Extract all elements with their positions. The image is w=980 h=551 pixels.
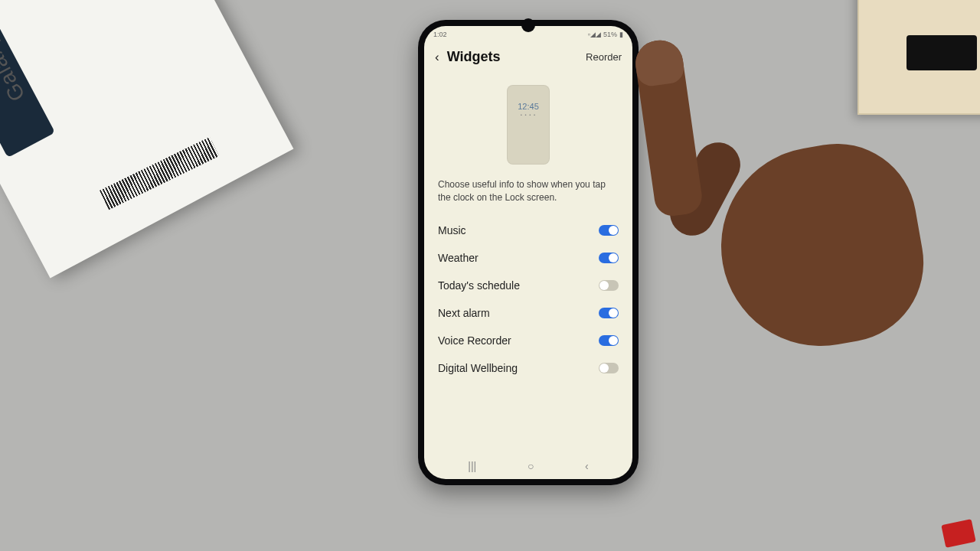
- toggle-music[interactable]: [599, 225, 619, 236]
- camera-notch: [521, 18, 535, 32]
- widget-row-next-alarm: Next alarm: [424, 299, 632, 327]
- nav-back-icon[interactable]: ‹: [585, 460, 589, 472]
- widget-label: Music: [438, 224, 466, 236]
- phone-screen: 1:02 ▫◢◢ 51% ▮ ‹ Widgets Reorder 12:45 •…: [424, 26, 632, 479]
- widget-row-music: Music: [424, 217, 632, 244]
- reorder-button[interactable]: Reorder: [586, 51, 622, 63]
- widgets-list: Music Weather Today's schedule Next alar…: [424, 217, 632, 382]
- wood-block: [858, 0, 980, 115]
- lockscreen-preview[interactable]: 12:45 • • • •: [507, 85, 550, 165]
- widget-row-voice-recorder: Voice Recorder: [424, 327, 632, 354]
- description-text: Choose useful info to show when you tap …: [424, 175, 632, 217]
- widget-row-todays-schedule: Today's schedule: [424, 272, 632, 299]
- barcode: [100, 137, 219, 210]
- status-time: 1:02: [433, 31, 447, 38]
- navigation-bar: ||| ○ ‹: [424, 456, 632, 479]
- widget-label: Voice Recorder: [438, 334, 511, 347]
- preview-dots: • • • •: [521, 112, 536, 117]
- widget-label: Today's schedule: [438, 279, 520, 292]
- product-box: Galaxy A06: [0, 0, 293, 278]
- battery-icon: ▮: [619, 31, 623, 38]
- app-bar: ‹ Widgets Reorder: [424, 41, 632, 71]
- preview-clock: 12:45: [518, 102, 539, 111]
- home-icon[interactable]: ○: [528, 460, 534, 472]
- back-icon[interactable]: ‹: [435, 50, 439, 65]
- product-box-label: Galaxy A06: [0, 0, 30, 106]
- widget-row-digital-wellbeing: Digital Wellbeing: [424, 354, 632, 382]
- widget-row-weather: Weather: [424, 244, 632, 272]
- signal-icon: ▫◢◢: [588, 31, 601, 38]
- widget-label: Weather: [438, 252, 479, 264]
- lockscreen-preview-area: 12:45 • • • •: [424, 71, 632, 175]
- page-title: Widgets: [447, 49, 578, 65]
- recents-icon[interactable]: |||: [468, 460, 476, 472]
- toggle-todays-schedule[interactable]: [599, 280, 619, 291]
- widget-label: Next alarm: [438, 307, 490, 319]
- phone-frame: 1:02 ▫◢◢ 51% ▮ ‹ Widgets Reorder 12:45 •…: [418, 20, 639, 485]
- toggle-digital-wellbeing[interactable]: [599, 363, 619, 373]
- corner-logo: [941, 519, 975, 548]
- toggle-weather[interactable]: [599, 253, 619, 263]
- toggle-voice-recorder[interactable]: [599, 335, 619, 346]
- hand: [614, 47, 890, 384]
- toggle-next-alarm[interactable]: [599, 308, 619, 318]
- wood-clip: [906, 35, 977, 70]
- widget-label: Digital Wellbeing: [438, 362, 518, 374]
- battery-text: 51%: [603, 31, 617, 38]
